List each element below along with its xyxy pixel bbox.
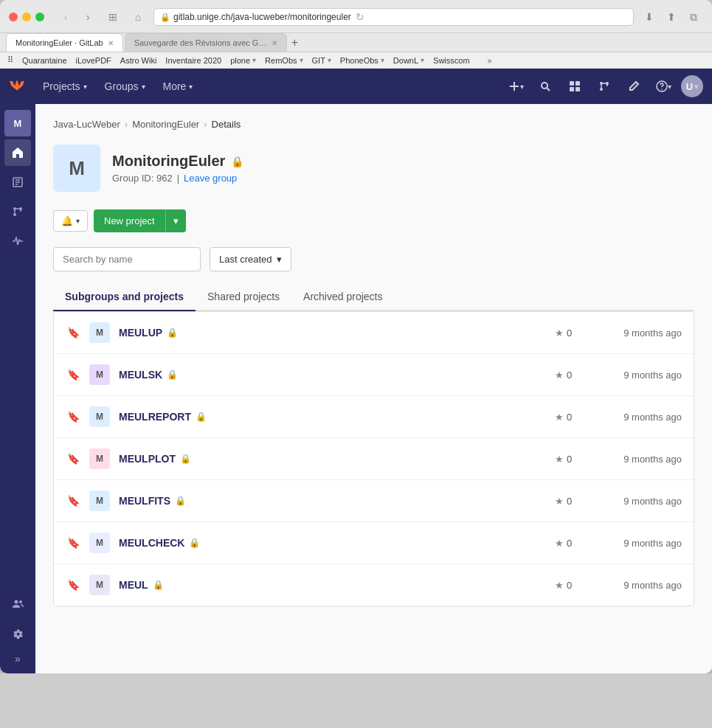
- bookmark-quarantaine[interactable]: Quarantaine: [22, 56, 67, 65]
- bookmark-icon-meulplot[interactable]: 🔖: [66, 453, 80, 465]
- svg-point-22: [17, 633, 20, 636]
- project-name-meulreport[interactable]: MEULREPORT 🔒: [119, 411, 546, 423]
- sidebar-item-snippet[interactable]: [4, 169, 31, 195]
- reload-icon[interactable]: ↻: [356, 11, 364, 23]
- new-project-main-label[interactable]: New project: [94, 209, 165, 232]
- svg-rect-4: [570, 81, 574, 86]
- fullscreen-button[interactable]: [35, 13, 44, 21]
- star-icon-meulup: ★: [555, 327, 564, 339]
- topnav-groups-label: Groups: [105, 80, 139, 92]
- bookmark-icon-meul[interactable]: 🔖: [66, 579, 80, 591]
- tab-sauvegarde[interactable]: Sauvegarde des Révisions avec GITLAB — E…: [125, 33, 287, 52]
- sidebar-item-settings[interactable]: [4, 620, 31, 647]
- star-icon-meulfits: ★: [555, 496, 564, 507]
- tab-close-1[interactable]: ✕: [108, 39, 114, 47]
- address-bar[interactable]: 🔒 gitlab.unige.ch/java-lucweber/monitori…: [153, 8, 634, 26]
- sidebar-expand-button[interactable]: »: [4, 650, 31, 668]
- project-row: 🔖 M MEULPLOT 🔒 ★ 0 9 months ago: [54, 438, 694, 480]
- tab-monitoringeuler[interactable]: MonitoringEuler · GitLab ✕: [6, 33, 123, 52]
- project-avatar-meulplot: M: [89, 448, 110, 469]
- topnav-board-icon[interactable]: [563, 74, 587, 98]
- bookmark-git[interactable]: GIT ▾: [312, 56, 331, 65]
- bookmark-grid-icon[interactable]: ⠿: [7, 55, 13, 65]
- topnav-user-avatar[interactable]: U ▾: [681, 75, 703, 97]
- topnav-search-icon[interactable]: [533, 74, 557, 98]
- topnav-groups[interactable]: Groups ▾: [99, 76, 151, 97]
- bookmark-y[interactable]: Swisscom: [433, 56, 470, 65]
- project-name-meulfits[interactable]: MEULFITS 🔒: [119, 495, 546, 507]
- sidebar-item-merge[interactable]: [4, 198, 31, 225]
- bookmark-ilovepdf[interactable]: iLovePDF: [76, 56, 111, 65]
- sidebar-item-home[interactable]: [4, 139, 31, 166]
- browser-actions: ⬇ ⬆ ⧉: [640, 7, 703, 27]
- bookmark-icon-meulsk[interactable]: 🔖: [66, 369, 80, 381]
- minimize-button[interactable]: [22, 13, 31, 21]
- home-nav-button[interactable]: ⌂: [128, 7, 148, 27]
- topnav-help-icon[interactable]: ▾: [651, 74, 675, 98]
- download-icon[interactable]: ⬇: [640, 7, 659, 27]
- back-button[interactable]: ‹: [56, 7, 75, 27]
- bookmark-remobs[interactable]: RemObs ▾: [265, 56, 303, 65]
- avatar-label: U: [686, 81, 693, 92]
- group-lock-icon: 🔒: [231, 156, 243, 167]
- project-stars-meulup: ★ 0: [555, 327, 592, 339]
- project-avatar-meulfits: M: [89, 490, 110, 511]
- new-tab-icon[interactable]: ⧉: [684, 7, 703, 27]
- new-project-dropdown-arrow[interactable]: ▾: [165, 209, 186, 232]
- search-input[interactable]: [53, 247, 201, 271]
- bookmark-icon-meulcheck[interactable]: 🔖: [66, 537, 80, 549]
- svg-rect-7: [576, 87, 580, 91]
- gitlab-logo[interactable]: [9, 76, 25, 97]
- window-button[interactable]: ⊞: [103, 7, 122, 27]
- topnav-projects[interactable]: Projects ▾: [37, 76, 93, 97]
- breadcrumb: Java-LucWeber › MonitoringEuler › Detail…: [53, 119, 694, 130]
- breadcrumb-java-lucweber[interactable]: Java-LucWeber: [53, 119, 120, 130]
- svg-point-2: [542, 83, 547, 89]
- project-name-meulplot[interactable]: MEULPLOT 🔒: [119, 453, 546, 465]
- project-stars-meulfits: ★ 0: [555, 496, 592, 507]
- topnav-more[interactable]: More ▾: [157, 76, 199, 97]
- tab-close-2[interactable]: ✕: [272, 39, 277, 47]
- bookmark-icon-meulfits[interactable]: 🔖: [66, 495, 80, 507]
- topnav-projects-arrow: ▾: [83, 83, 87, 91]
- tab-archived[interactable]: Archived projects: [291, 283, 394, 311]
- expand-icon: »: [15, 653, 21, 665]
- tab-subgroups[interactable]: Subgroups and projects: [53, 283, 196, 311]
- tab-shared[interactable]: Shared projects: [196, 283, 291, 311]
- bookmark-downl[interactable]: DownL ▾: [393, 56, 424, 65]
- topnav-edit-icon[interactable]: [622, 74, 646, 98]
- topnav-merge-icon[interactable]: [592, 74, 616, 98]
- group-id-label: Group ID: 962: [112, 173, 173, 184]
- browser-titlebar: ‹ › ⊞ ⌂ 🔒 gitlab.unige.ch/java-lucweber/…: [0, 0, 712, 33]
- gitlab-topnav: Projects ▾ Groups ▾ More ▾ ▾: [0, 69, 712, 104]
- tab-title-2: Sauvegarde des Révisions avec GITLAB — E…: [134, 38, 267, 47]
- project-name-meul[interactable]: MEUL 🔒: [119, 579, 546, 591]
- bookmark-plone[interactable]: plone ▾: [230, 56, 256, 65]
- sidebar-group-avatar[interactable]: M: [4, 110, 31, 136]
- project-name-meulsk[interactable]: MEULSK 🔒: [119, 369, 546, 381]
- bookmark-icon-meulreport[interactable]: 🔖: [66, 411, 80, 423]
- new-project-button[interactable]: New project ▾: [94, 209, 186, 232]
- bookmark-phoneobs[interactable]: PhoneObs ▾: [340, 56, 384, 65]
- leave-group-link[interactable]: Leave group: [184, 173, 237, 184]
- project-name-meulcheck[interactable]: MEULCHECK 🔒: [119, 537, 546, 549]
- star-count-meulplot: 0: [567, 454, 572, 465]
- bookmarks-more[interactable]: »: [488, 56, 492, 65]
- sort-dropdown[interactable]: Last created ▾: [210, 247, 291, 271]
- forward-button[interactable]: ›: [78, 7, 97, 27]
- sidebar-item-members[interactable]: [4, 591, 31, 617]
- notification-bell-button[interactable]: 🔔 ▾: [53, 210, 88, 232]
- topnav-plus-icon[interactable]: ▾: [504, 74, 528, 98]
- bookmark-icon-meulup[interactable]: 🔖: [66, 327, 80, 339]
- breadcrumb-monitoringeuler[interactable]: MonitoringEuler: [132, 119, 199, 130]
- share-icon[interactable]: ⬆: [662, 7, 681, 27]
- project-name-meulup[interactable]: MEULUP 🔒: [119, 327, 546, 339]
- breadcrumb-sep-2: ›: [204, 119, 207, 130]
- project-stars-meul: ★ 0: [555, 580, 592, 591]
- bookmark-astrowiki[interactable]: Astro Wiki: [120, 56, 157, 65]
- new-tab-button[interactable]: +: [291, 36, 298, 49]
- project-time-meulplot: 9 months ago: [601, 454, 682, 465]
- bookmark-inventaire[interactable]: Inventaire 2020: [165, 56, 221, 65]
- close-button[interactable]: [9, 13, 18, 21]
- sidebar-item-activity[interactable]: [4, 228, 31, 254]
